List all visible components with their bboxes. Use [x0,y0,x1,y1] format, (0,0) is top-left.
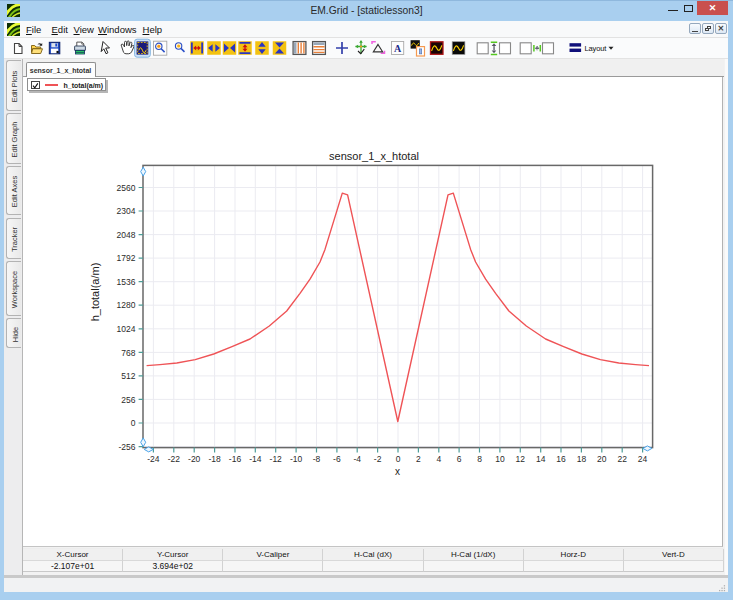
svg-text:2: 2 [416,454,421,464]
svg-text:1024: 1024 [117,324,136,334]
svg-text:-256: -256 [118,442,135,452]
svg-text:512: 512 [121,371,135,381]
svg-text:24: 24 [638,454,648,464]
svg-text:18: 18 [577,454,587,464]
svg-text:-12: -12 [270,454,283,464]
svg-text:0: 0 [396,454,401,464]
svg-text:-10: -10 [290,454,303,464]
svg-text:-8: -8 [313,454,321,464]
svg-text:A: A [394,43,402,54]
svg-text:-16: -16 [229,454,242,464]
svg-text:-2: -2 [374,454,382,464]
svg-text:h_total(a/m): h_total(a/m) [89,263,101,322]
svg-text:8: 8 [477,454,482,464]
svg-text:0: 0 [131,418,136,428]
svg-text:Layout: Layout [585,44,608,53]
svg-text:-18: -18 [208,454,221,464]
svg-text:12: 12 [516,454,526,464]
svg-text:-22: -22 [168,454,181,464]
svg-text:256: 256 [121,395,135,405]
svg-text:2048: 2048 [117,230,136,240]
svg-text:10: 10 [495,454,505,464]
svg-text:14: 14 [536,454,546,464]
svg-text:16: 16 [556,454,566,464]
svg-text:22: 22 [617,454,627,464]
svg-text:6: 6 [457,454,462,464]
svg-text:2304: 2304 [117,206,136,216]
svg-text:4: 4 [436,454,441,464]
svg-text:768: 768 [121,348,135,358]
svg-text:20: 20 [597,454,607,464]
svg-text:-6: -6 [333,454,341,464]
svg-text:2560: 2560 [117,183,136,193]
svg-text:1792: 1792 [117,253,136,263]
svg-text:-4: -4 [353,454,361,464]
svg-text:-24: -24 [147,454,160,464]
svg-text:1536: 1536 [117,277,136,287]
svg-text:sensor_1_x_htotal: sensor_1_x_htotal [329,150,419,162]
svg-text:-14: -14 [249,454,262,464]
svg-text:-20: -20 [188,454,201,464]
svg-text:x: x [395,466,400,477]
svg-text:1280: 1280 [117,300,136,310]
